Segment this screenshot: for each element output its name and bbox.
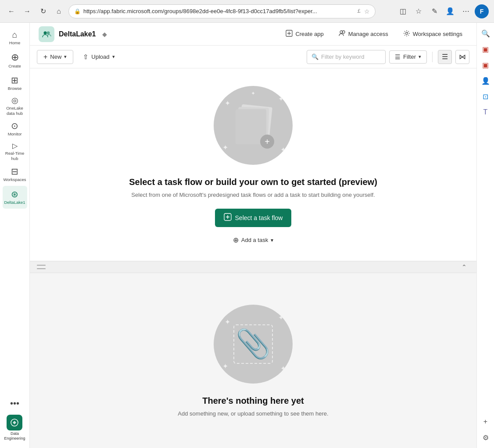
create-app-label: Create app [295,31,323,37]
workspace-diamond-icon: ◆ [102,31,107,38]
sidebar: ⌂ Home ⊕ Create ⊞ Browse ◎ OneLake data … [0,23,30,448]
split-view-button[interactable]: ◫ [396,4,410,18]
upload-label: Upload [91,53,109,60]
profile-button[interactable]: 👤 [443,4,457,18]
app-title-bar: DeltaLake1 ◆ Create app [30,23,476,46]
sidebar-item-realtime[interactable]: ▷ Real-Time hub [3,140,27,163]
taskflow-icon [224,213,232,223]
add-task-button[interactable]: ⊕ Add a task ▾ [226,232,280,248]
manage-access-icon [339,30,346,38]
toolbar-separator [432,52,433,62]
right-teams-button[interactable]: T [479,105,493,119]
users-icon: 👤 [481,77,490,85]
collapse-icon: ⌃ [462,263,467,270]
manage-access-label: Manage access [348,31,388,37]
back-button[interactable]: ← [5,5,18,18]
taskflow-illustration: ✦ ✦ ✦ ✦ ✦ + [214,86,293,165]
sidebar-item-onelake[interactable]: ◎ OneLake data hub [3,95,27,117]
more-dots-icon: ••• [10,399,19,408]
right-bookmark-button[interactable]: ▣ [479,42,493,56]
url-text: https://app.fabric.microsoft.com/groups/… [83,8,354,14]
app-container: ⌂ Home ⊕ Create ⊞ Browse ◎ OneLake data … [0,23,494,448]
data-engineering-icon [7,415,22,430]
workspaces-icon: ⊟ [11,167,18,176]
workspace-icon [39,26,54,42]
divider-handle [37,265,46,269]
refresh-button[interactable]: ↻ [37,5,49,18]
onelake-icon: ◎ [11,96,18,104]
right-users-button[interactable]: 👤 [479,74,493,88]
select-taskflow-button[interactable]: Select a task flow [215,209,292,227]
collapse-button[interactable]: ⌃ [459,262,469,272]
address-bar[interactable]: 🔒 https://app.fabric.microsoft.com/group… [68,4,376,18]
plus-badge: + [260,135,274,149]
home-icon: ⌂ [12,30,17,39]
toolbar: + New ▾ ⇧ Upload ▾ 🔍 Filter by keyword ☰… [30,46,476,68]
sparkle-lower-tl: ✦ [225,318,230,326]
sparkle-t: ✦ [251,90,255,96]
sparkle-tr: ✦ [278,95,284,103]
new-plus-icon: + [43,53,47,61]
paperclip-icon: 📎 [236,327,271,360]
filter-chevron-icon: ▾ [419,54,421,60]
empty-state-title: There's nothing here yet [202,396,304,406]
upload-button[interactable]: ⇧ Upload ▾ [77,50,121,64]
right-add-button[interactable]: + [479,415,493,429]
sidebar-item-deltalake[interactable]: ⊛ DeltaLake1 [3,186,27,209]
right-settings-button[interactable]: ⚙ [479,430,493,444]
right-outlook-button[interactable]: ⊡ [479,89,493,103]
right-search-button[interactable]: 🔍 [479,26,493,40]
filter-placeholder: Filter by keyword [321,53,364,60]
create-app-icon [286,30,293,38]
sidebar-item-browse[interactable]: ⊞ Browse [3,72,27,95]
select-taskflow-label: Select a task flow [235,214,283,221]
browser-actions: ◫ ☆ ✎ 👤 ⋯ F [396,4,489,18]
collections-button[interactable]: ✎ [427,4,441,18]
sidebar-item-create[interactable]: ⊕ Create [3,49,27,72]
star-icon[interactable]: ☆ [364,8,370,15]
workspace-title: DeltaLake1 [59,30,96,38]
add-task-plus-icon: ⊕ [233,236,239,244]
bookmark-icon: ▣ [482,45,489,53]
manage-access-button[interactable]: Manage access [333,27,394,41]
grid-view-icon: ⋈ [459,53,466,61]
new-button[interactable]: + New ▾ [37,50,73,64]
add-task-chevron-icon: ▾ [271,237,273,243]
create-icon: ⊕ [11,53,19,62]
create-app-button[interactable]: Create app [280,27,329,41]
gear-icon: ⚙ [483,434,489,442]
home-button[interactable]: ⌂ [53,5,65,18]
right-apps-button[interactable]: ▣ [479,58,493,72]
sidebar-item-monitor[interactable]: ⊙ Monitor [3,117,27,140]
divider-line-2 [37,268,46,269]
fabric-icon: F [475,4,489,18]
more-button[interactable]: ⋯ [459,4,473,18]
sparkle-lower-br: ✦ [280,364,286,373]
section-divider[interactable]: ⌃ [30,261,476,273]
add-task-label: Add a task [241,237,268,243]
sidebar-item-workspaces[interactable]: ⊟ Workspaces [3,163,27,186]
filter-input[interactable]: 🔍 Filter by keyword [307,50,386,64]
sidebar-bottom: DataEngineering [4,415,25,444]
filter-label: Filter [403,53,416,60]
sparkle-lower-tr: ✦ [278,313,284,322]
outlook-icon: ⊡ [483,92,488,101]
sparkle-lower-bl: ✦ [222,362,228,370]
browse-icon: ⊞ [11,76,18,85]
divider-line-1 [37,265,46,266]
favorites-button[interactable]: ☆ [412,4,426,18]
list-view-button[interactable]: ☰ [438,50,452,64]
grid-view-button[interactable]: ⋈ [455,50,469,64]
forward-button[interactable]: → [21,5,33,18]
sidebar-item-home[interactable]: ⌂ Home [3,26,27,49]
reader-mode-icon: ￡ [356,7,362,15]
realtime-icon: ▷ [12,142,18,149]
svg-point-6 [405,32,408,35]
right-search-icon: 🔍 [481,29,490,38]
add-icon: + [483,418,487,426]
sidebar-item-more[interactable]: ••• [3,392,27,415]
sparkle-bl: ✦ [222,143,228,152]
workspace-settings-button[interactable]: Workspace settings [398,27,468,41]
filter-button[interactable]: ☰ Filter ▾ [389,50,427,64]
monitor-icon: ⊙ [11,121,18,130]
